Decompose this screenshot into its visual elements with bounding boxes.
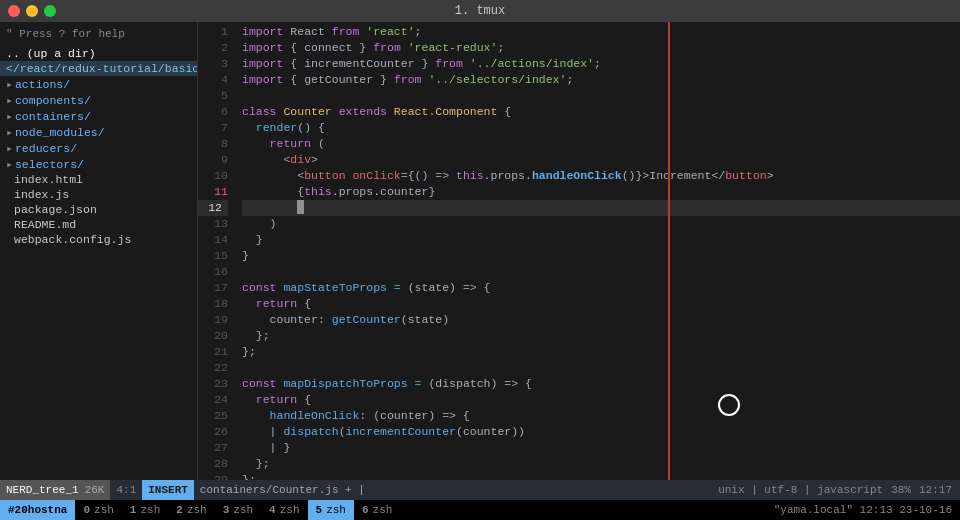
code-line-14: } xyxy=(242,232,960,248)
line-numbers: 1 2 3 4 5 6 7 8 9 10 11 12 13 14 15 16 1 xyxy=(198,22,234,480)
code-line-13: ) xyxy=(242,216,960,232)
maximize-button[interactable] xyxy=(44,5,56,17)
code-line-2: import { connect } from 'react-redux'; xyxy=(242,40,960,56)
window-title: 1. tmux xyxy=(455,4,505,18)
ln-18: 18 xyxy=(198,296,228,312)
code-line-28: }; xyxy=(242,456,960,472)
tmux-tab-2[interactable]: 2 zsh xyxy=(168,500,214,520)
ln-9: 9 xyxy=(198,152,228,168)
ln-14: 14 xyxy=(198,232,228,248)
code-line-9: <div> xyxy=(242,152,960,168)
tree-parent-dir[interactable]: .. (up a dir) xyxy=(0,46,197,61)
code-line-1: import React from 'react'; xyxy=(242,24,960,40)
vim-insert-badge: INSERT xyxy=(142,480,194,500)
tree-item-package-json[interactable]: package.json xyxy=(0,202,197,217)
tree-item-selectors[interactable]: ▸selectors/ xyxy=(0,156,197,172)
vim-position-info: 4:1 xyxy=(110,484,142,496)
tree-item-components[interactable]: ▸components/ xyxy=(0,92,197,108)
tree-item-node-modules[interactable]: ▸node_modules/ xyxy=(0,124,197,140)
code-line-18: return { xyxy=(242,296,960,312)
code-line-29: }; xyxy=(242,472,960,480)
tmux-tab-6[interactable]: 6 zsh xyxy=(354,500,400,520)
ln-24: 24 xyxy=(198,392,228,408)
code-lines: import React from 'react'; import { conn… xyxy=(234,22,960,480)
tree-item-index-html[interactable]: index.html xyxy=(0,172,197,187)
ln-4: 4 xyxy=(198,72,228,88)
code-line-25: handleOnClick: (counter) => { xyxy=(242,408,960,424)
tree-item-reducers[interactable]: ▸reducers/ xyxy=(0,140,197,156)
ln-5: 5 xyxy=(198,88,228,104)
tmux-tab-5-active[interactable]: 5 zsh xyxy=(308,500,354,520)
code-line-17: const mapStateToProps = (state) => { xyxy=(242,280,960,296)
code-line-5 xyxy=(242,88,960,104)
code-line-20: }; xyxy=(242,328,960,344)
ln-27: 27 xyxy=(198,440,228,456)
code-line-3: import { incrementCounter } from '../act… xyxy=(242,56,960,72)
ln-6: 6 xyxy=(198,104,228,120)
ln-19: 19 xyxy=(198,312,228,328)
status-area: NERD_tree_1 26K 4:1 INSERT containers/Co… xyxy=(0,480,960,520)
code-editor[interactable]: 1 2 3 4 5 6 7 8 9 10 11 12 13 14 15 16 1 xyxy=(198,22,960,480)
tmux-tab-1[interactable]: 1 zsh xyxy=(122,500,168,520)
ln-16: 16 xyxy=(198,264,228,280)
tmux-tab-3[interactable]: 3 zsh xyxy=(215,500,261,520)
close-button[interactable] xyxy=(8,5,20,17)
code-line-4: import { getCounter } from '../selectors… xyxy=(242,72,960,88)
tmux-main: " Press ? for help .. (up a dir) </react… xyxy=(0,22,960,520)
tmux-tab-4[interactable]: 4 zsh xyxy=(261,500,307,520)
tmux-hostname: #20hostna xyxy=(0,500,75,520)
ln-15: 15 xyxy=(198,248,228,264)
tree-active-path[interactable]: </react/redux-tutorial/basics/ xyxy=(0,61,197,76)
ln-7: 7 xyxy=(198,120,228,136)
code-line-26: | dispatch(incrementCounter(counter)) xyxy=(242,424,960,440)
tmux-right-time: "yama.local" 12:13 23-10-16 xyxy=(766,504,960,516)
vim-statusline: NERD_tree_1 26K 4:1 INSERT containers/Co… xyxy=(0,480,960,500)
title-bar: 1. tmux xyxy=(0,0,960,22)
ln-23: 23 xyxy=(198,376,228,392)
code-line-7: render() { xyxy=(242,120,960,136)
code-content: 1 2 3 4 5 6 7 8 9 10 11 12 13 14 15 16 1 xyxy=(198,22,960,480)
code-line-10: <button onClick={() => this.props.handle… xyxy=(242,168,960,184)
ln-29: 29 xyxy=(198,472,228,480)
code-line-8: return ( xyxy=(242,136,960,152)
window-controls xyxy=(8,5,56,17)
code-line-19: counter: getCounter(state) xyxy=(242,312,960,328)
ln-1: 1 xyxy=(198,24,228,40)
ln-12: 12 xyxy=(198,200,228,216)
tree-item-index-js[interactable]: index.js xyxy=(0,187,197,202)
vim-right-info: unix | utf-8 | javascript 38% 12:17 xyxy=(710,484,960,496)
tmux-tab-0[interactable]: 0 zsh xyxy=(75,500,121,520)
ln-3: 3 xyxy=(198,56,228,72)
code-line-16 xyxy=(242,264,960,280)
ln-11: 11 xyxy=(198,184,228,200)
ln-25: 25 xyxy=(198,408,228,424)
ln-2: 2 xyxy=(198,40,228,56)
editor-area: " Press ? for help .. (up a dir) </react… xyxy=(0,22,960,480)
ln-26: 26 xyxy=(198,424,228,440)
minimize-button[interactable] xyxy=(26,5,38,17)
ln-20: 20 xyxy=(198,328,228,344)
ln-17: 17 xyxy=(198,280,228,296)
code-line-27: | } xyxy=(242,440,960,456)
code-line-22 xyxy=(242,360,960,376)
ln-8: 8 xyxy=(198,136,228,152)
tmux-tabbar: #20hostna 0 zsh 1 zsh 2 zsh 3 zsh 4 zsh xyxy=(0,500,960,520)
tree-item-readme[interactable]: README.md xyxy=(0,217,197,232)
code-line-11: {this.props.counter} xyxy=(242,184,960,200)
ln-22: 22 xyxy=(198,360,228,376)
file-tree-sidebar: " Press ? for help .. (up a dir) </react… xyxy=(0,22,198,480)
code-line-23: const mapDispatchToProps = (dispatch) =>… xyxy=(242,376,960,392)
tree-item-actions[interactable]: ▸actions/ xyxy=(0,76,197,92)
tree-item-containers[interactable]: ▸containers/ xyxy=(0,108,197,124)
code-line-6: class Counter extends React.Component { xyxy=(242,104,960,120)
ln-21: 21 xyxy=(198,344,228,360)
vim-file-path: containers/Counter.js + | xyxy=(194,484,710,496)
sidebar-help-text: " Press ? for help xyxy=(0,26,197,46)
tree-item-webpack[interactable]: webpack.config.js xyxy=(0,232,197,247)
ln-13: 13 xyxy=(198,216,228,232)
ln-28: 28 xyxy=(198,456,228,472)
code-line-15: } xyxy=(242,248,960,264)
red-vertical-line xyxy=(668,22,670,480)
code-line-21: }; xyxy=(242,344,960,360)
code-line-12 xyxy=(242,200,960,216)
